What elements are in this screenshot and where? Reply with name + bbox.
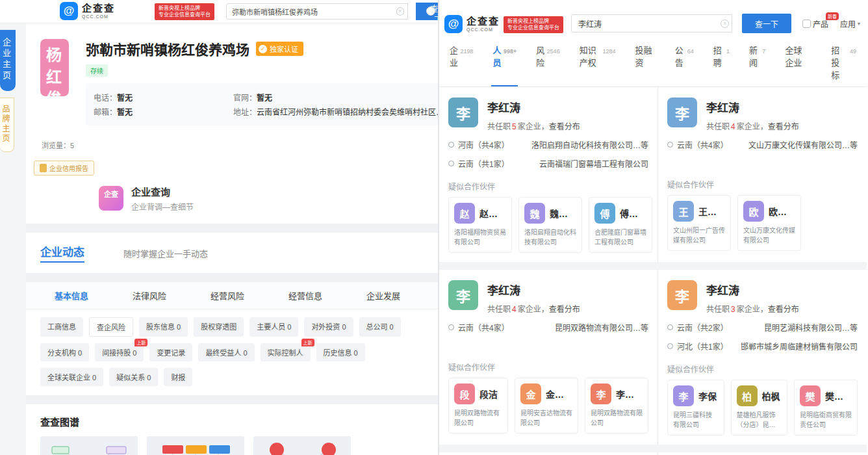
tab-investment[interactable]: 投融资 [633, 37, 656, 86]
person-card[interactable]: 李 李红涛 共任职4家企业，查看分布 云南（共4家） 文山万康文化传媒有限公司…… [657, 87, 867, 262]
chip[interactable]: 间接持股 0上新 [95, 343, 144, 361]
avatar: 段 [454, 384, 475, 404]
tab-recruit[interactable]: 招聘1 [712, 37, 731, 86]
location-company: 云南福瑞门窗幕墙工程有限公司 [539, 158, 648, 169]
partner-card[interactable]: 柏柏枫 楚雄柏凡服饰（分店）昆明分公… [731, 380, 788, 436]
tab-news[interactable]: 新闻7 [748, 37, 767, 86]
chip[interactable]: 股权穿透图 [194, 317, 244, 337]
chip[interactable]: 全球关联企业 0 [40, 368, 103, 386]
clear-icon[interactable]: × [396, 7, 404, 16]
partner-card[interactable]: 樊樊鸿儒 昆明临街商贸有限责任公司 [794, 380, 858, 436]
view-distribution-link[interactable]: 查看分布 [549, 122, 580, 131]
tab-operating-risk[interactable]: 经营风险 [188, 282, 266, 309]
qcc-logo-icon: @ [444, 15, 463, 33]
avatar: 樊 [800, 385, 821, 406]
partner-card[interactable]: 段段洁 昆明双路物流有限公司 [448, 378, 508, 434]
chip[interactable]: 实际控制人上新 [261, 343, 311, 361]
company-info-box: 电话： 暂无 官网： 暂无 邮箱： 暂无 [86, 83, 439, 125]
new-badge: 上新 [301, 339, 314, 346]
tab-basic-info[interactable]: 基本信息 [32, 282, 110, 309]
person-card[interactable]: 李 李红涛 共任职5家企业，查看分布 河南（共4家） 洛阳启翔自动化科技有限公司… [439, 87, 657, 262]
person-card[interactable]: 李 李红涛 共任职4家企业，查看分布 云南（共4家） 昆明双路物流有限公司…等 [439, 270, 657, 445]
partner-card[interactable]: 魏魏联宗 洛阳启翔自动化科技有限公司 [518, 197, 582, 253]
equity-graph-card[interactable]: 企业股权结构 [147, 436, 244, 455]
person-name[interactable]: 李红涛 [706, 281, 799, 298]
search-button[interactable]: 查一下 [742, 14, 791, 33]
chip[interactable]: 疑似关系 0 [109, 368, 158, 386]
person-name[interactable]: 李红涛 [487, 281, 580, 298]
qcc-logo[interactable]: @ 企查查 QCC.COM [60, 2, 115, 20]
partners-label: 疑似合作伙伴 [667, 179, 858, 190]
tab-operating-info[interactable]: 经营信息 [266, 282, 344, 309]
avatar: 魏 [524, 203, 545, 224]
promo-title: 企业查询 [131, 185, 194, 198]
chip[interactable]: 查企风险 [89, 317, 133, 337]
partner-card[interactable]: 王王晓玮 文山州阳一广告传媒有限公司 [667, 195, 731, 251]
location-company: 昆明双路物流有限公司…等 [555, 322, 648, 333]
chip[interactable]: 股东信息 0 [139, 317, 188, 337]
page: @ 企查查 QCC.COM 新晋央视上榜品牌 专业企业信息查询平台 × 查一下 … [0, 0, 868, 455]
tab-person[interactable]: 人员998+ [491, 37, 518, 86]
search-input[interactable] [571, 14, 732, 32]
partner-card[interactable]: 金金农欣 昆明安吉达物流有限公司 [515, 378, 578, 434]
tab-company-development[interactable]: 企业发展 [344, 282, 422, 309]
brand-slogan-badge: 新晋央视上榜品牌 专业企业信息查询平台 [155, 3, 214, 20]
view-distribution-link[interactable]: 查看分布 [768, 305, 799, 314]
partners-label: 疑似合作伙伴 [448, 361, 648, 372]
chip[interactable]: 工商信息 [40, 317, 83, 337]
partner-card[interactable]: 李李吉林 昆明双路物流有限公司 [585, 378, 648, 434]
promo-subtitle: 企业背调—查细节 [131, 201, 194, 212]
view-distribution-link[interactable]: 查看分布 [549, 305, 580, 314]
person-card[interactable]: 李 李红涛 共任职2家企业，查看分布 [657, 452, 867, 455]
equity-graphic [153, 440, 238, 455]
chip[interactable]: 历史信息 0 [316, 343, 365, 361]
ribbon-brand-home[interactable]: 品牌主页 [0, 98, 14, 152]
chip[interactable]: 分支机构 0 [40, 343, 89, 361]
partner-card[interactable]: 李李保 昆明三疆科技有限公司 [667, 380, 724, 436]
logo-subtext: QCC.COM [466, 27, 500, 32]
chip[interactable]: 变更记录 [149, 343, 192, 361]
certification-badge[interactable]: ✓ 独家认证 [256, 42, 303, 56]
qcc-logo[interactable]: @ 企查查 QCC.COM [444, 15, 500, 33]
chip[interactable]: 财报 [164, 368, 192, 386]
tab-legal-risk[interactable]: 法律风险 [110, 282, 188, 309]
nav-app[interactable]: 应用 ▾ [840, 18, 860, 29]
partner-card[interactable]: 欧欧宛娜… 文山万康文化传媒有限公司 [737, 195, 801, 251]
avatar: 李 [667, 98, 697, 127]
clear-icon[interactable]: × [721, 20, 729, 28]
tab-company[interactable]: 企业2198 [448, 37, 474, 86]
promo-icon: 企查 [99, 186, 123, 211]
person-name[interactable]: 李红涛 [487, 99, 580, 115]
view-distribution-link[interactable]: 查看分布 [768, 122, 799, 131]
search-input[interactable] [226, 3, 408, 20]
promo-row[interactable]: 企查 企业查询 企业背调—查细节 [26, 176, 439, 224]
credit-report-button[interactable]: 企业信用报告 [34, 161, 94, 176]
tab-ip[interactable]: 知识产权1284 [578, 37, 617, 86]
person-name[interactable]: 李红涛 [706, 99, 799, 115]
company-dynamics-link[interactable]: 企业动态 [40, 243, 84, 263]
phone-label: 电话： [94, 92, 117, 103]
location-row: 河南（共4家） 洛阳启翔自动化科技有限公司…等 [448, 139, 648, 150]
chip[interactable]: 总公司 0 [359, 317, 401, 337]
header-misc-icon[interactable] [426, 6, 435, 16]
partner-card[interactable]: 赵赵民祥 洛阳福翔物资贸易有限公司 [448, 197, 512, 253]
nav-product[interactable]: 产品 新春 [802, 18, 828, 29]
relation-graph-card[interactable]: 关系图谱 [253, 436, 351, 455]
ribbon-company-home[interactable]: 企业主页 [0, 30, 16, 91]
tab-bidding[interactable]: 招投标49 [830, 37, 858, 86]
company-graph-card[interactable]: 企业图谱 [40, 436, 138, 455]
tab-risk[interactable]: 风险2546 [535, 37, 561, 86]
mail-label: 邮箱： [94, 106, 117, 117]
person-search-panel: @ 企查查 QCC.COM 新晋央视上榜品牌 专业企业信息查询平台 × 查一下 … [439, 0, 867, 455]
chip[interactable]: 主要人员 0 [249, 317, 298, 337]
profile-tab-bar: 基本信息 法律风险 经营风险 经营信息 企业发展 [26, 282, 439, 309]
location-company: 文山万康文化传媒有限公司…等 [748, 139, 858, 150]
avatar: 李 [448, 280, 478, 310]
partner-card[interactable]: 傅傅占位 合肥隆庭门窗幕墙工程有限公司 [589, 197, 652, 253]
tab-global[interactable]: 全球企业 [784, 37, 813, 86]
chip[interactable]: 对外投资 0 [304, 317, 353, 337]
person-card[interactable]: 李 李红涛 共任职3家企业，查看分布 云南（共2家） 昆明艺湖科技有限公司…等 [657, 270, 867, 445]
tab-announcement[interactable]: 公告64 [674, 37, 695, 86]
chip[interactable]: 最终受益人 0 [198, 343, 254, 361]
person-card[interactable]: 李 李红涛 共任职2家企业，查看分布 [439, 452, 657, 455]
